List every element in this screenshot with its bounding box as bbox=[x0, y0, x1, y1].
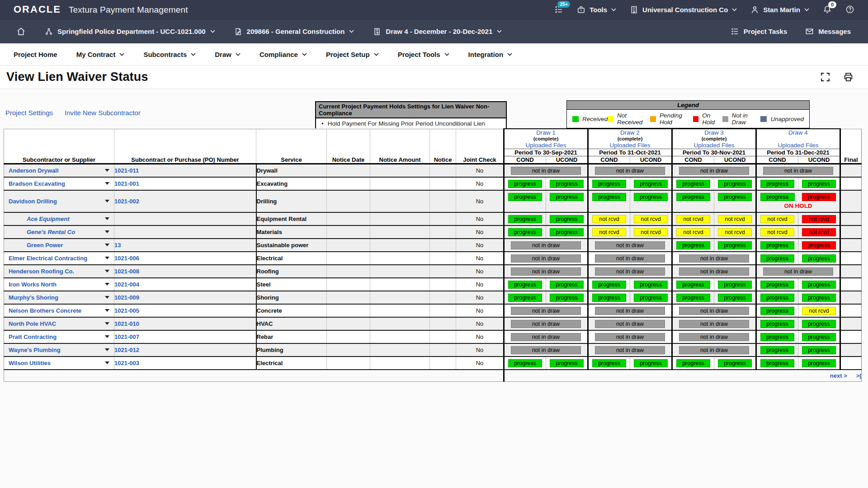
subcontractor-link[interactable]: Bradson Excavating bbox=[9, 180, 65, 187]
status-progress[interactable]: progress bbox=[592, 193, 626, 201]
last-page-link[interactable]: >| bbox=[856, 372, 861, 379]
draw-2-link[interactable]: Draw 2 bbox=[589, 129, 671, 136]
po-number-link[interactable]: 1021-004 bbox=[114, 281, 139, 288]
status-progress[interactable]: progress bbox=[802, 294, 836, 302]
row-dropdown-icon[interactable] bbox=[105, 169, 109, 172]
subcontractor-link[interactable]: Elmer Electrical Contracting bbox=[9, 255, 87, 262]
project-tasks-link[interactable]: Project Tasks bbox=[731, 27, 787, 36]
status-progress[interactable]: progress bbox=[508, 281, 542, 289]
status-progress[interactable]: progress bbox=[802, 254, 836, 263]
status-progress[interactable]: progress bbox=[760, 307, 794, 315]
subcontractor-link[interactable]: Green Power bbox=[27, 242, 63, 249]
po-number-link[interactable]: 13 bbox=[114, 242, 121, 249]
status-not-rcvd[interactable]: not rcvd bbox=[676, 215, 710, 223]
next-page-link[interactable]: next > bbox=[830, 372, 847, 379]
help-icon[interactable] bbox=[845, 5, 854, 14]
status-progress[interactable]: progress bbox=[676, 359, 710, 367]
status-progress[interactable]: progress bbox=[550, 180, 584, 188]
row-dropdown-icon[interactable] bbox=[105, 182, 109, 185]
tasks-notification-button[interactable]: 25+ bbox=[554, 5, 563, 14]
status-progress[interactable]: progress bbox=[802, 333, 836, 341]
status-progress[interactable]: progress bbox=[760, 254, 794, 263]
status-progress[interactable]: progress bbox=[592, 180, 626, 188]
subcontractor-link[interactable]: Gene's Rental Co bbox=[27, 229, 75, 235]
status-progress[interactable]: progress bbox=[550, 294, 584, 302]
status-not-rcvd[interactable]: not rcvd bbox=[760, 228, 794, 236]
subcontractor-link[interactable]: Nelson Brothers Concrete bbox=[9, 307, 81, 314]
status-progress[interactable]: progress bbox=[802, 359, 836, 367]
status-progress[interactable]: progress bbox=[676, 241, 710, 249]
po-number-link[interactable]: 1021-007 bbox=[114, 333, 139, 340]
draw-3-link[interactable]: Draw 3 bbox=[673, 129, 755, 136]
status-progress[interactable]: progress bbox=[550, 359, 584, 367]
status-progress[interactable]: progress bbox=[760, 333, 794, 341]
row-dropdown-icon[interactable] bbox=[105, 296, 109, 299]
subcontractor-link[interactable]: Davidson Drilling bbox=[9, 198, 57, 205]
status-progress[interactable]: progress bbox=[718, 193, 752, 201]
project-settings-link[interactable]: Project Settings bbox=[5, 109, 53, 117]
messages-link[interactable]: Messages bbox=[805, 27, 851, 36]
subcontractor-link[interactable]: North Pole HVAC bbox=[9, 320, 56, 327]
status-progress[interactable]: progress bbox=[802, 180, 836, 188]
status-progress[interactable]: progress bbox=[508, 193, 542, 201]
row-dropdown-icon[interactable] bbox=[105, 361, 109, 364]
contract-selector[interactable]: 209866 - General Construction bbox=[234, 28, 354, 36]
status-progress[interactable]: progress bbox=[676, 281, 710, 289]
status-progress[interactable]: progress bbox=[592, 281, 626, 289]
status-progress[interactable]: progress bbox=[718, 281, 752, 289]
row-dropdown-icon[interactable] bbox=[105, 335, 109, 338]
nav-item-my-contract[interactable]: My Contract bbox=[67, 51, 134, 58]
status-progress[interactable]: progress bbox=[760, 346, 794, 354]
home-icon[interactable] bbox=[16, 27, 26, 36]
status-progress[interactable]: progress bbox=[634, 294, 668, 302]
status-progress[interactable]: progress bbox=[508, 294, 542, 302]
subcontractor-link[interactable]: Iron Works North bbox=[9, 281, 57, 288]
status-progress[interactable]: progress bbox=[550, 281, 584, 289]
row-dropdown-icon[interactable] bbox=[105, 244, 109, 246]
subcontractor-link[interactable]: Anderson Drywall bbox=[9, 167, 59, 174]
status-progress[interactable]: progress bbox=[760, 359, 794, 367]
row-dropdown-icon[interactable] bbox=[105, 230, 109, 233]
nav-item-subcontracts[interactable]: Subcontracts bbox=[134, 51, 205, 58]
row-dropdown-icon[interactable] bbox=[105, 270, 109, 272]
status-progress[interactable]: progress bbox=[802, 193, 836, 201]
status-progress[interactable]: progress bbox=[676, 193, 710, 201]
tools-menu[interactable]: Tools bbox=[577, 5, 616, 14]
draw-1-uploaded-files-link[interactable]: Uploaded Files bbox=[505, 142, 587, 149]
draw-4-link[interactable]: Draw 4 bbox=[757, 129, 840, 136]
fullscreen-icon[interactable] bbox=[820, 72, 830, 82]
status-not-rcvd[interactable]: not rcvd bbox=[592, 228, 626, 236]
status-progress[interactable]: progress bbox=[592, 294, 626, 302]
invite-new-subcontractor-link[interactable]: Invite New Subcontractor bbox=[65, 109, 141, 117]
status-progress[interactable]: progress bbox=[508, 180, 542, 188]
row-dropdown-icon[interactable] bbox=[105, 217, 109, 220]
status-progress[interactable]: progress bbox=[508, 359, 542, 367]
status-not-rcvd[interactable]: not rcvd bbox=[634, 228, 668, 236]
subcontractor-link[interactable]: Pratt Contracting bbox=[9, 333, 57, 340]
status-not-rcvd[interactable]: not rcvd bbox=[676, 228, 710, 236]
status-progress[interactable]: progress bbox=[760, 241, 794, 249]
po-number-link[interactable]: 1021-009 bbox=[114, 294, 139, 301]
nav-item-integration[interactable]: Integration bbox=[459, 51, 522, 58]
subcontractor-link[interactable]: Wilson Utilities bbox=[9, 360, 51, 366]
status-progress[interactable]: progress bbox=[634, 281, 668, 289]
row-dropdown-icon[interactable] bbox=[105, 322, 109, 325]
status-progress[interactable]: progress bbox=[760, 193, 795, 201]
status-progress[interactable]: progress bbox=[760, 320, 794, 328]
status-not-rcvd[interactable]: not rcvd bbox=[718, 215, 752, 223]
nav-item-draw[interactable]: Draw bbox=[205, 51, 250, 58]
po-number-link[interactable]: 1021-011 bbox=[114, 167, 139, 174]
status-progress[interactable]: progress bbox=[634, 193, 668, 201]
status-progress[interactable]: progress bbox=[592, 359, 626, 367]
nav-item-project-tools[interactable]: Project Tools bbox=[388, 51, 459, 58]
print-icon[interactable] bbox=[843, 72, 854, 82]
status-not-rcvd[interactable]: not rcvd bbox=[802, 228, 836, 236]
status-progress[interactable]: progress bbox=[802, 346, 836, 354]
row-dropdown-icon[interactable] bbox=[105, 283, 109, 286]
status-progress[interactable]: progress bbox=[760, 294, 794, 302]
draw-selector[interactable]: Draw 4 - December - 20-Dec-2021 bbox=[373, 28, 502, 36]
status-progress[interactable]: progress bbox=[550, 228, 584, 236]
company-menu[interactable]: Universal Construction Co bbox=[630, 5, 737, 14]
status-progress[interactable]: progress bbox=[508, 215, 542, 223]
status-progress[interactable]: progress bbox=[634, 359, 668, 367]
